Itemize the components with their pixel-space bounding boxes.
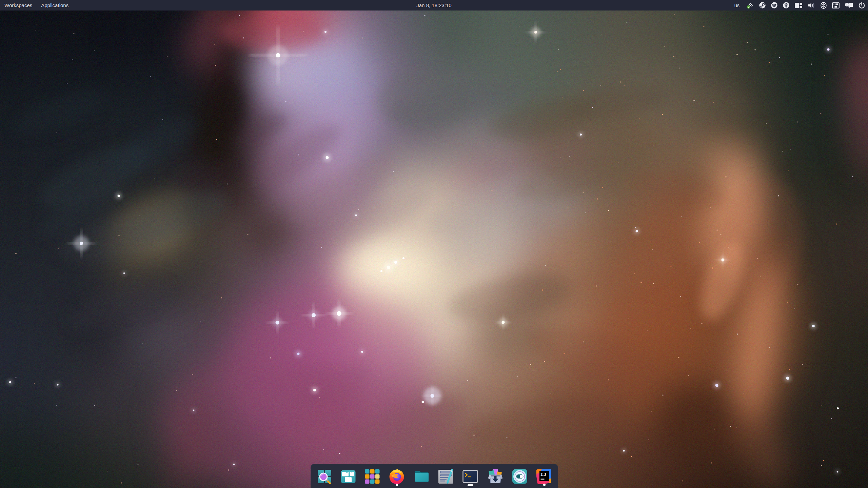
svg-text:IJ: IJ: [540, 472, 546, 477]
